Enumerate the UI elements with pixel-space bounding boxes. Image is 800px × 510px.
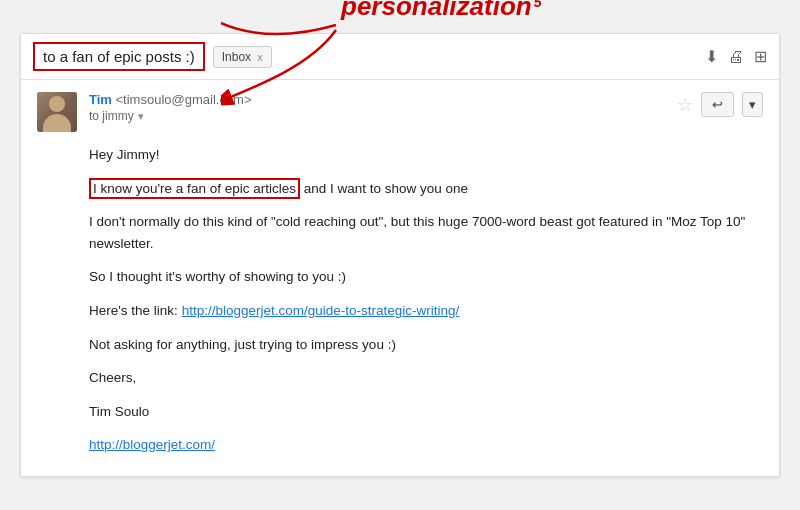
more-button[interactable]: ▾ (742, 92, 763, 117)
print-icon[interactable]: 🖨 (728, 48, 744, 66)
avatar (37, 92, 77, 132)
inbox-tab-close[interactable]: x (257, 51, 263, 63)
to-dropdown-icon[interactable]: ▾ (138, 110, 144, 123)
signature-link[interactable]: http://bloggerjet.com/ (89, 434, 763, 456)
fifth-paragraph: Not asking for anything, just trying to … (89, 334, 763, 356)
personalized-phrase: I know you're a fan of epic articles (89, 178, 300, 199)
email-actions: ☆ ↩ ▾ (677, 92, 763, 117)
sender-row: Tim <timsoulo@gmail.com> to jimmy ▾ ☆ ↩ … (21, 80, 779, 140)
sender-name-line: Tim <timsoulo@gmail.com> (89, 92, 677, 107)
to-line: to jimmy ▾ (89, 109, 677, 123)
reply-button[interactable]: ↩ (701, 92, 734, 117)
signature-name: Tim Soulo (89, 401, 763, 423)
email-subject: to a fan of epic posts :) (33, 42, 205, 71)
sign-off: Cheers, (89, 367, 763, 389)
to-label: to jimmy (89, 109, 134, 123)
svg-text:personalization5: personalization5 (340, 0, 541, 21)
download-icon[interactable]: ⬇ (705, 47, 718, 66)
third-paragraph: So I thought it's worthy of showing to y… (89, 266, 763, 288)
sender-email: <timsoulo@gmail.com> (116, 92, 252, 107)
subject-area: to a fan of epic posts :) Inbox x (33, 42, 272, 71)
expand-icon[interactable]: ⊞ (754, 47, 767, 66)
article-link[interactable]: http://bloggerjet.com/guide-to-strategic… (182, 303, 460, 318)
first-paragraph: I know you're a fan of epic articles and… (89, 178, 763, 200)
email-container: to a fan of epic posts :) Inbox x ⬇ 🖨 ⊞ … (20, 33, 780, 477)
sender-info: Tim <timsoulo@gmail.com> to jimmy ▾ (89, 92, 677, 123)
star-icon[interactable]: ☆ (677, 94, 693, 116)
email-body: Hey Jimmy! I know you're a fan of epic a… (21, 140, 779, 476)
email-header: to a fan of epic posts :) Inbox x ⬇ 🖨 ⊞ (21, 34, 779, 80)
inbox-tab-label: Inbox (222, 50, 251, 64)
sender-name: Tim (89, 92, 112, 107)
link-prefix: Here's the link: (89, 303, 182, 318)
header-icons: ⬇ 🖨 ⊞ (705, 47, 767, 66)
signature-link-anchor[interactable]: http://bloggerjet.com/ (89, 437, 215, 452)
second-paragraph: I don't normally do this kind of "cold r… (89, 211, 763, 254)
line1-suffix: and I want to show you one (300, 181, 468, 196)
avatar-image (37, 92, 77, 132)
inbox-tab[interactable]: Inbox x (213, 46, 272, 68)
link-paragraph: Here's the link: http://bloggerjet.com/g… (89, 300, 763, 322)
greeting: Hey Jimmy! (89, 144, 763, 166)
